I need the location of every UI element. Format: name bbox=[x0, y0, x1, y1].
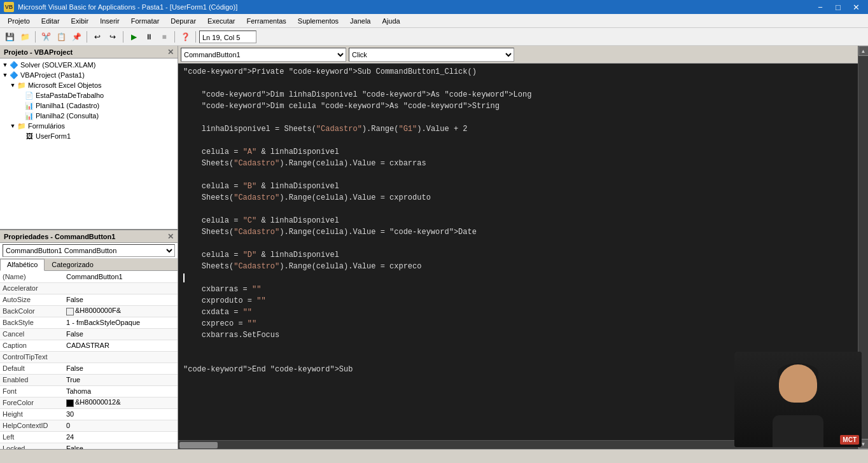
props-object-dropdown[interactable]: CommandButton1 CommandButton bbox=[3, 244, 175, 257]
code-line: celula = "A" & linhaDisponivel bbox=[183, 146, 853, 158]
tree-icon: 🔷 bbox=[9, 71, 19, 79]
tree-item-userform1[interactable]: 🖼UserForm1 bbox=[1, 131, 176, 141]
props-cell-value: CADASTRAR bbox=[64, 340, 178, 351]
properties-panel-close[interactable]: ✕ bbox=[167, 232, 174, 241]
toolbar-stop[interactable]: ■ bbox=[157, 30, 171, 44]
menu-ferramentas[interactable]: Ferramentas bbox=[241, 16, 291, 26]
props-cell-name: BackStyle bbox=[0, 317, 64, 328]
menu-inserir[interactable]: Inserir bbox=[95, 16, 125, 26]
webcam-head bbox=[779, 364, 817, 403]
project-panel-title: Projeto - VBAProject bbox=[4, 48, 73, 56]
menu-exibir[interactable]: Exibir bbox=[66, 16, 94, 26]
props-row[interactable]: (Name)CommandButton1 bbox=[0, 271, 178, 282]
properties-panel: Propriedades - CommandButton1 ✕ CommandB… bbox=[0, 230, 178, 449]
props-cell-name: Height bbox=[0, 408, 64, 420]
props-row[interactable]: EnabledTrue bbox=[0, 374, 178, 385]
props-tab-alfabetico[interactable]: Alfabético bbox=[0, 259, 45, 271]
webcam-logo: MCT bbox=[840, 435, 859, 445]
code-proc-selector[interactable]: Click bbox=[349, 48, 514, 62]
maximize-button[interactable]: □ bbox=[830, 2, 846, 12]
toolbar-run[interactable]: ▶ bbox=[127, 30, 141, 44]
props-tab-categorizado[interactable]: Categorizado bbox=[45, 259, 100, 270]
tree-item-vba[interactable]: ▼🔷VBAProject (Pasta1) bbox=[1, 70, 176, 80]
props-row[interactable]: ForeColor&H80000012& bbox=[0, 397, 178, 408]
menu-ajuda[interactable]: Ajuda bbox=[377, 16, 405, 26]
menu-executar[interactable]: Executar bbox=[202, 16, 240, 26]
toolbar-sep2 bbox=[87, 31, 87, 43]
title-bar-text: Microsoft Visual Basic for Applications … bbox=[18, 3, 237, 11]
props-row[interactable]: CaptionCADASTRAR bbox=[0, 340, 178, 351]
code-line bbox=[183, 272, 853, 284]
toolbar-sep1 bbox=[35, 31, 36, 43]
toolbar-copy[interactable]: 📋 bbox=[54, 30, 68, 44]
code-line bbox=[183, 135, 853, 146]
menu-depurar[interactable]: Depurar bbox=[165, 16, 201, 26]
tree-item-excel_objs[interactable]: ▼📁Microsoft Excel Objetos bbox=[1, 80, 176, 90]
tree-label: UserForm1 bbox=[36, 132, 71, 140]
toolbar-open[interactable]: 📁 bbox=[18, 30, 32, 44]
menu-janela[interactable]: Janela bbox=[345, 16, 375, 26]
code-line: Sheets("Cadastro").Range(celula).Value =… bbox=[183, 158, 853, 169]
code-toolbar: CommandButton1 Click bbox=[178, 46, 858, 64]
menu-formatar[interactable]: Formatar bbox=[126, 16, 165, 26]
properties-table: (Name)CommandButton1AcceleratorAutoSizeF… bbox=[0, 271, 178, 449]
props-row[interactable]: Accelerator bbox=[0, 282, 178, 294]
project-tree[interactable]: ▼🔷Solver (SOLVER.XLAM)▼🔷VBAProject (Past… bbox=[0, 59, 178, 230]
toolbar-redo[interactable]: ↪ bbox=[106, 30, 120, 44]
toolbar-paste[interactable]: 📌 bbox=[69, 30, 83, 44]
toolbar-break[interactable]: ⏸ bbox=[142, 30, 156, 44]
props-cell-name: ControlTipText bbox=[0, 351, 64, 363]
toolbar-help[interactable]: ❓ bbox=[178, 30, 192, 44]
project-panel-close[interactable]: ✕ bbox=[167, 48, 174, 57]
props-cell-name: BackColor bbox=[0, 305, 64, 317]
tree-item-solver[interactable]: ▼🔷Solver (SOLVER.XLAM) bbox=[1, 60, 176, 70]
minimize-button[interactable]: − bbox=[812, 2, 829, 12]
tree-item-planilha1[interactable]: 📊Planilha1 (Cadastro) bbox=[1, 100, 176, 111]
props-row[interactable]: AutoSizeFalse bbox=[0, 294, 178, 305]
tree-item-planilha2[interactable]: 📊Planilha2 (Consulta) bbox=[1, 111, 176, 121]
code-line: cxpreco = "" bbox=[183, 318, 853, 329]
tree-icon: 📄 bbox=[24, 91, 34, 100]
props-row[interactable]: ControlTipText bbox=[0, 351, 178, 363]
menu-projeto[interactable]: Projeto bbox=[3, 16, 35, 26]
props-row[interactable]: HelpContextID0 bbox=[0, 420, 178, 431]
props-cell-value bbox=[64, 282, 178, 294]
props-object-selector[interactable]: CommandButton1 CommandButton bbox=[0, 243, 178, 259]
props-tabs: Alfabético Categorizado bbox=[0, 259, 178, 271]
app-icon: VB bbox=[4, 2, 14, 12]
status-bar bbox=[0, 449, 868, 463]
props-cell-value: 30 bbox=[64, 408, 178, 420]
scroll-up-arrow[interactable]: ▲ bbox=[858, 46, 869, 56]
props-row[interactable]: CancelFalse bbox=[0, 328, 178, 340]
props-row[interactable]: DefaultFalse bbox=[0, 363, 178, 374]
props-row[interactable]: Left24 bbox=[0, 431, 178, 443]
props-cell-value: Tahoma bbox=[64, 385, 178, 397]
tree-item-esta_pasta[interactable]: 📄EstaPastaDeTrabalho bbox=[1, 90, 176, 100]
props-row[interactable]: Height30 bbox=[0, 408, 178, 420]
tree-item-formularios[interactable]: ▼📁Formulários bbox=[1, 121, 176, 131]
left-panel: Projeto - VBAProject ✕ ▼🔷Solver (SOLVER.… bbox=[0, 46, 178, 449]
toolbar-cut[interactable]: ✂️ bbox=[39, 30, 53, 44]
menu-editar[interactable]: Editar bbox=[36, 16, 65, 26]
props-row[interactable]: BackColor&H8000000F& bbox=[0, 305, 178, 317]
props-row[interactable]: FontTahoma bbox=[0, 385, 178, 397]
close-button[interactable]: ✕ bbox=[848, 2, 864, 12]
tree-label: Microsoft Excel Objetos bbox=[28, 81, 102, 89]
code-object-selector[interactable]: CommandButton1 bbox=[181, 48, 346, 62]
props-cell-value: &H8000000F& bbox=[64, 305, 178, 317]
color-box bbox=[66, 308, 74, 315]
props-row[interactable]: BackStyle1 - fmBackStyleOpaque bbox=[0, 317, 178, 328]
props-row[interactable]: LockedFalse bbox=[0, 443, 178, 449]
props-cell-value: 0 bbox=[64, 420, 178, 431]
props-cell-value: False bbox=[64, 363, 178, 374]
code-line bbox=[183, 169, 853, 181]
scrollbar-thumb-h[interactable] bbox=[179, 442, 218, 448]
menu-bar: Projeto Editar Exibir Inserir Formatar D… bbox=[0, 14, 868, 28]
props-cell-name: HelpContextID bbox=[0, 420, 64, 431]
code-line: linhaDisponivel = Sheets("Cadastro").Ran… bbox=[183, 123, 853, 135]
menu-suplementos[interactable]: Suplementos bbox=[293, 16, 344, 26]
toolbar-save[interactable]: 💾 bbox=[3, 30, 17, 44]
position-indicator: Ln 19, Col 5 bbox=[199, 31, 256, 43]
toolbar-undo[interactable]: ↩ bbox=[90, 30, 104, 44]
toolbar-sep3 bbox=[123, 31, 123, 43]
